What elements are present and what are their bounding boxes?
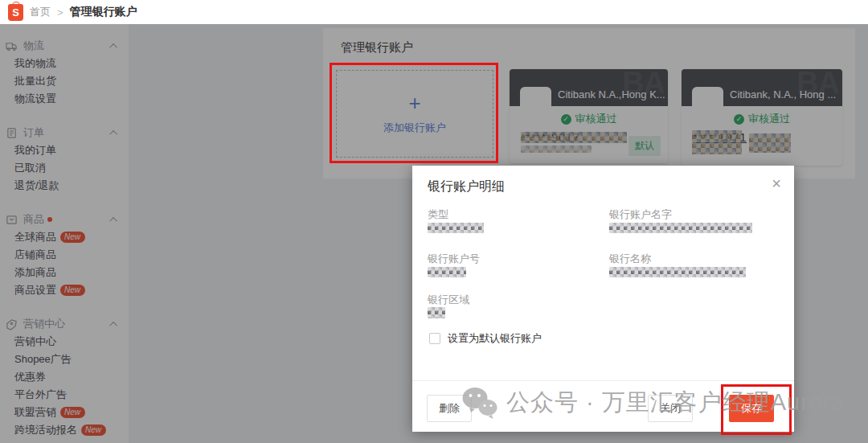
modal-footer: 删除 关闭 保存: [412, 380, 794, 432]
delete-button[interactable]: 删除: [427, 395, 472, 422]
field-label-bank-name: 银行名称: [609, 252, 651, 266]
bank-account-details-modal: 银行账户明细 × 类型 银行账户名字 银行账户号 银行名称 银行区域 设置为默认…: [412, 166, 794, 432]
topbar: S 首页 > 管理银行账户: [0, 0, 868, 24]
redacted-value-account-name: [609, 223, 752, 233]
redacted-value-bank-name: [609, 267, 746, 277]
field-label-account-number: 银行账户号: [428, 252, 480, 266]
checkbox-label: 设置为默认银行账户: [448, 331, 542, 346]
breadcrumb-home[interactable]: 首页: [30, 5, 51, 19]
field-label-account-name: 银行账户名字: [609, 207, 672, 222]
modal-title: 银行账户明细: [428, 178, 505, 195]
redacted-value-bank-region: [428, 307, 445, 318]
redacted-value-type: [428, 223, 484, 233]
breadcrumb-separator-icon: >: [57, 6, 63, 18]
checkbox-icon[interactable]: [429, 333, 440, 344]
redacted-value-account-number: [428, 267, 466, 277]
breadcrumb-current: 管理银行账户: [70, 5, 137, 19]
default-account-checkbox-row[interactable]: 设置为默认银行账户: [429, 331, 542, 346]
shopee-logo-icon[interactable]: S: [8, 4, 23, 21]
save-button[interactable]: 保存: [729, 395, 774, 422]
field-label-bank-region: 银行区域: [428, 293, 469, 307]
page: S 首页 > 管理银行账户 物流 我的物流 批量出货 物流设置 订单: [0, 0, 868, 443]
close-button[interactable]: 关闭: [648, 395, 693, 422]
close-icon[interactable]: ×: [772, 175, 781, 191]
field-label-type: 类型: [428, 207, 448, 222]
